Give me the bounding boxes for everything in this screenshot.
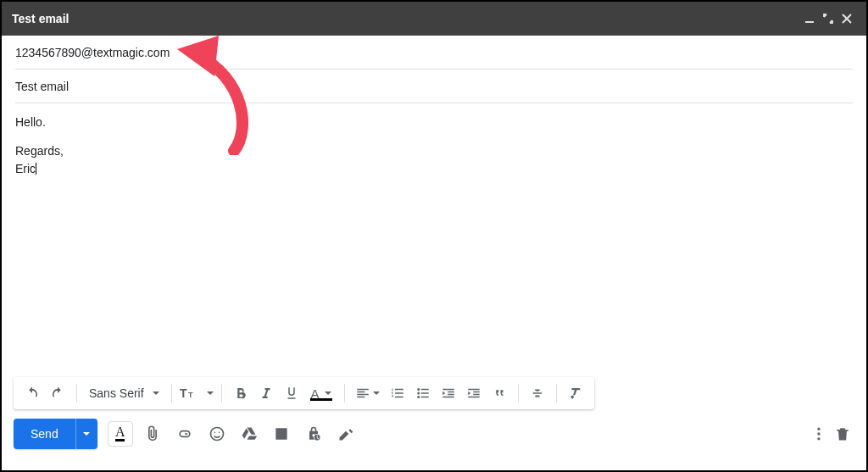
svg-point-5 bbox=[417, 396, 420, 398]
insert-photo-button[interactable] bbox=[269, 421, 294, 447]
svg-point-11 bbox=[817, 432, 820, 435]
formatting-toolbar: Sans Serif T T A bbox=[14, 377, 594, 409]
bullet-list-button[interactable] bbox=[411, 381, 435, 405]
formatting-toolbar-wrap: Sans Serif T T A bbox=[14, 377, 854, 409]
body-line: Eric bbox=[15, 160, 853, 177]
svg-point-8 bbox=[218, 432, 220, 434]
compose-action-icons: A bbox=[108, 421, 359, 447]
insert-link-button[interactable] bbox=[172, 421, 198, 447]
text-caret bbox=[36, 163, 36, 175]
attach-file-button[interactable] bbox=[140, 421, 165, 447]
subject-field[interactable]: Test email bbox=[15, 69, 853, 103]
svg-point-4 bbox=[417, 392, 420, 395]
indent-more-button[interactable] bbox=[462, 381, 486, 405]
bold-button[interactable] bbox=[229, 381, 253, 405]
numbered-list-button[interactable] bbox=[386, 381, 409, 405]
italic-button[interactable] bbox=[254, 381, 278, 405]
svg-point-12 bbox=[817, 437, 820, 440]
discard-draft-button[interactable] bbox=[831, 422, 854, 446]
toggle-formatting-button[interactable]: A bbox=[108, 421, 133, 447]
send-button[interactable]: Send bbox=[14, 419, 75, 449]
undo-button[interactable] bbox=[20, 381, 44, 405]
insert-signature-button[interactable] bbox=[333, 421, 359, 447]
font-name: Sans Serif bbox=[89, 386, 144, 400]
body-line: Hello. bbox=[15, 114, 853, 130]
compose-titlebar: Test email bbox=[2, 2, 866, 36]
chevron-down-icon bbox=[325, 391, 331, 395]
align-button[interactable] bbox=[352, 381, 384, 405]
quote-button[interactable] bbox=[487, 381, 511, 405]
font-size-button[interactable]: T T bbox=[179, 381, 214, 405]
to-value: 1234567890@textmagic.com bbox=[15, 46, 170, 59]
insert-drive-button[interactable] bbox=[236, 421, 262, 447]
compose-action-bar: Send A bbox=[2, 414, 866, 453]
chevron-down-icon bbox=[153, 391, 159, 395]
svg-point-6 bbox=[210, 428, 223, 441]
indent-less-button[interactable] bbox=[437, 381, 460, 405]
redo-button[interactable] bbox=[46, 381, 70, 405]
underline-button[interactable] bbox=[280, 381, 303, 405]
compose-title: Test email bbox=[12, 12, 800, 25]
chevron-down-icon bbox=[83, 432, 90, 436]
svg-rect-0 bbox=[805, 21, 814, 23]
svg-text:T: T bbox=[188, 391, 193, 399]
chevron-down-icon bbox=[207, 391, 214, 395]
minimize-button[interactable] bbox=[800, 9, 819, 28]
confidential-mode-button[interactable] bbox=[301, 421, 326, 447]
more-options-button[interactable] bbox=[807, 422, 831, 446]
svg-text:T: T bbox=[180, 386, 187, 400]
send-options-button[interactable] bbox=[75, 419, 97, 449]
compose-body[interactable]: Hello. Regards, Eric bbox=[2, 103, 866, 377]
subject-value: Test email bbox=[15, 80, 69, 93]
send-button-group: Send bbox=[14, 419, 97, 449]
close-button[interactable] bbox=[837, 9, 856, 28]
popout-button[interactable] bbox=[819, 9, 837, 28]
body-line: Regards, bbox=[15, 142, 853, 159]
font-family-select[interactable]: Sans Serif bbox=[84, 381, 164, 405]
text-color-button[interactable]: A bbox=[305, 381, 337, 405]
svg-point-10 bbox=[817, 428, 820, 430]
svg-point-3 bbox=[417, 388, 420, 391]
clear-formatting-button[interactable] bbox=[564, 381, 587, 405]
to-field[interactable]: 1234567890@textmagic.com bbox=[15, 36, 853, 69]
chevron-down-icon bbox=[373, 391, 380, 395]
svg-point-7 bbox=[214, 432, 215, 434]
insert-emoji-button[interactable] bbox=[204, 421, 230, 447]
compose-fields: 1234567890@textmagic.com Test email bbox=[2, 36, 866, 103]
strikethrough-button[interactable] bbox=[526, 381, 549, 405]
